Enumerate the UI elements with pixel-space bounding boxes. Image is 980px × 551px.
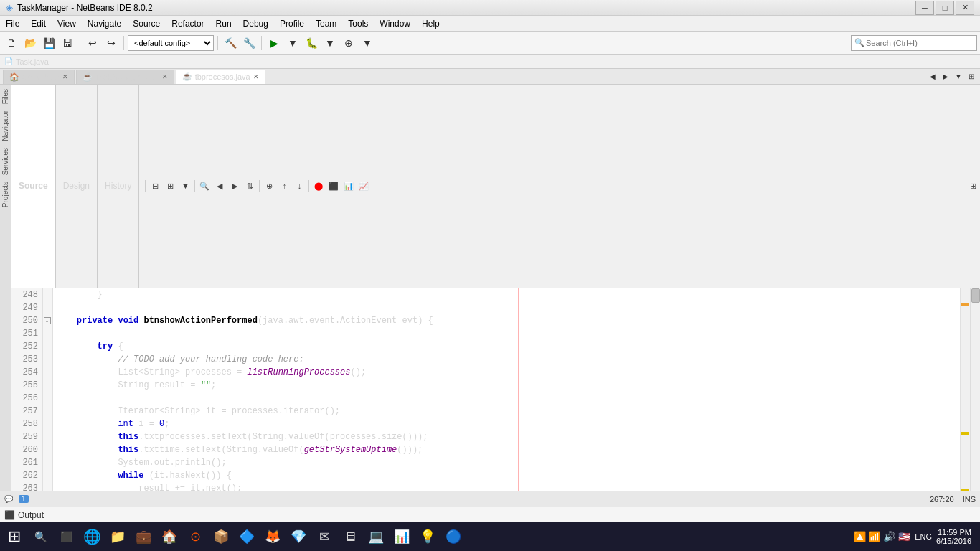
line-249: 249 [11, 301, 42, 314]
monitor-btn[interactable]: 🖥 [339, 525, 362, 548]
close-start-page[interactable]: ✕ [62, 73, 68, 80]
save-all-btn[interactable]: 🖫 [59, 34, 76, 52]
et-graph-btn[interactable]: 📊 [341, 179, 356, 193]
open-project-btn[interactable]: 📂 [22, 34, 39, 52]
menu-file[interactable]: File [0, 16, 25, 31]
firefox-btn[interactable]: 🦊 [261, 525, 284, 548]
tab-taskmanager-java[interactable]: ☕ TaskManager.java ✕ [76, 70, 174, 84]
fold-252 [43, 340, 52, 353]
debug-dropdown-btn[interactable]: ▼ [321, 34, 339, 52]
panel-files[interactable]: Files [1, 86, 10, 107]
menu-edit[interactable]: Edit [25, 16, 52, 31]
taskmanager-icon: ☕ [83, 72, 93, 82]
new-project-btn[interactable]: 🗋 [3, 34, 20, 52]
et-graph2-btn[interactable]: 📈 [357, 179, 371, 193]
et-stop2-btn[interactable]: ⬛ [326, 179, 341, 193]
mail-btn[interactable]: ✉ [313, 525, 336, 548]
run-btn[interactable]: ▶ [265, 34, 283, 52]
maximize-editor-btn[interactable]: ⊞ [966, 71, 977, 83]
output-label[interactable]: Output [18, 510, 44, 520]
code-area[interactable]: } private void btnshowActionPerformed(ja… [53, 288, 960, 491]
et-diff-next-btn[interactable]: ↓ [292, 179, 306, 193]
et-sep1 [145, 180, 146, 192]
et-btn-1[interactable]: ⊟ [148, 179, 162, 193]
config-dropdown[interactable]: <default config> [128, 35, 214, 51]
circle-btn[interactable]: ⊙ [184, 525, 207, 548]
et-btn-2[interactable]: ⊞ [163, 179, 177, 193]
tab-dropdown-btn[interactable]: ▼ [953, 71, 964, 83]
editor-scrollbar-v[interactable] [970, 288, 980, 491]
explorer-btn[interactable]: 📁 [106, 525, 129, 548]
fold-250[interactable]: - [43, 314, 52, 327]
store-btn[interactable]: 📦 [209, 525, 232, 548]
design-tab[interactable]: Design [56, 85, 98, 288]
fold-253 [43, 353, 52, 366]
panel-navigator[interactable]: Navigator [1, 108, 10, 144]
menu-window[interactable]: Window [374, 16, 416, 31]
close-taskmanager[interactable]: ✕ [162, 73, 168, 80]
debug-btn[interactable]: 🐛 [303, 34, 320, 52]
source-tab[interactable]: Source [11, 85, 56, 288]
undo-btn[interactable]: ↩ [84, 34, 101, 52]
menu-view[interactable]: View [52, 16, 82, 31]
et-find-btn[interactable]: 🔍 [197, 179, 212, 193]
et-prev-btn[interactable]: ◀ [212, 179, 227, 193]
netbeans-btn[interactable]: 🔷 [235, 525, 258, 548]
tab-next-btn[interactable]: ▶ [940, 71, 951, 83]
profile-btn[interactable]: ⊕ [340, 34, 357, 52]
maximize-editor-icon[interactable]: ⊞ [966, 179, 980, 193]
line-254: 254 [11, 366, 42, 379]
chart-btn[interactable]: 📊 [390, 525, 413, 548]
panel-projects[interactable]: Projects [1, 179, 10, 210]
task-view-btn[interactable]: ⬛ [55, 525, 77, 548]
tab-prev-btn[interactable]: ◀ [927, 71, 938, 83]
scroll-thumb-v[interactable] [971, 288, 980, 303]
redo-btn[interactable]: ↪ [103, 34, 120, 52]
start-button[interactable]: ⊞ [3, 525, 26, 548]
menu-debug[interactable]: Debug [237, 16, 274, 31]
menu-refactor[interactable]: Refactor [166, 16, 209, 31]
code-line-259: this.txtprocesses.setText(String.valueOf… [53, 430, 960, 443]
et-matching-btn[interactable]: ⇅ [242, 179, 257, 193]
menu-help[interactable]: Help [416, 16, 446, 31]
et-diff-prev-btn[interactable]: ↑ [277, 179, 291, 193]
line-251: 251 [11, 327, 42, 340]
tab-tbprocesos-java[interactable]: ☕ tbprocesos.java ✕ [176, 70, 265, 84]
et-stop-btn[interactable]: ⬤ [311, 179, 326, 193]
menu-tools[interactable]: Tools [342, 16, 374, 31]
menu-profile[interactable]: Profile [274, 16, 310, 31]
toolbar-separator-2 [123, 36, 124, 50]
gem-btn[interactable]: 💎 [287, 525, 310, 548]
profile-dropdown-btn[interactable]: ▼ [359, 34, 376, 52]
menu-run[interactable]: Run [210, 16, 237, 31]
save-btn[interactable]: 💾 [40, 34, 57, 52]
tab-start-page[interactable]: 🏠 Start Page ✕ [3, 70, 75, 84]
minimize-button[interactable]: ─ [915, 1, 934, 15]
blue-btn[interactable]: 🔵 [442, 525, 465, 548]
maximize-button[interactable]: □ [936, 1, 954, 15]
fold-column: - [43, 288, 53, 491]
panel-services[interactable]: Services [1, 145, 10, 178]
et-btn-dropdown[interactable]: ▼ [178, 179, 192, 193]
et-diff-btn[interactable]: ⊕ [262, 179, 276, 193]
clean-build-btn[interactable]: 🔨 [222, 34, 239, 52]
fold-icon-250[interactable]: - [44, 317, 51, 324]
search-taskbar-btn[interactable]: 🔍 [29, 525, 52, 548]
close-tbprocesos[interactable]: ✕ [253, 73, 259, 80]
build-btn[interactable]: 🔧 [240, 34, 258, 52]
bag-btn[interactable]: 💼 [132, 525, 155, 548]
history-tab[interactable]: History [98, 85, 139, 288]
bulb-btn[interactable]: 💡 [416, 525, 439, 548]
tray-clock: 11:59 PM 6/15/2016 [936, 528, 971, 545]
close-button[interactable]: ✕ [956, 1, 974, 15]
menu-source[interactable]: Source [127, 16, 166, 31]
search-input[interactable] [866, 39, 974, 47]
menu-team[interactable]: Team [310, 16, 342, 31]
laptop-btn[interactable]: 💻 [364, 525, 387, 548]
menu-navigate[interactable]: Navigate [82, 16, 127, 31]
home-btn[interactable]: 🏠 [158, 525, 181, 548]
left-sidebar-panel: Files Navigator Services Projects [0, 85, 11, 491]
run-dropdown-btn[interactable]: ▼ [284, 34, 301, 52]
et-next-btn[interactable]: ▶ [227, 179, 242, 193]
edge-btn[interactable]: 🌐 [80, 525, 103, 548]
